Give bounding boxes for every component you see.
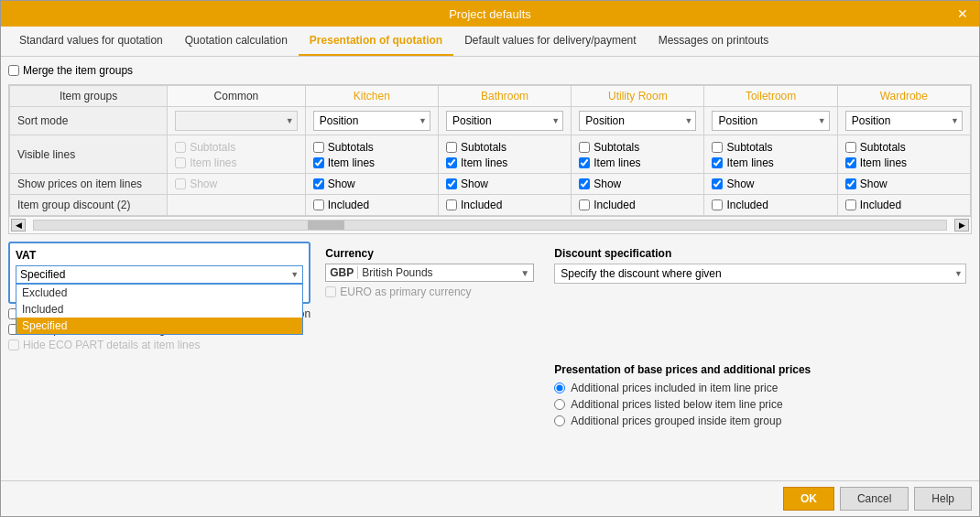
- euro-checkbox: [325, 286, 336, 297]
- discount-label: Item group discount (2): [10, 195, 168, 216]
- show-kitchen-label: Show: [328, 178, 355, 190]
- show-wardrobe-checkbox[interactable]: [845, 178, 856, 189]
- vat-box: VAT Specified ▼ Excluded Included Specif…: [8, 242, 310, 304]
- sort-mode-kitchen-dropdown[interactable]: Position: [313, 111, 430, 131]
- sort-mode-wardrobe-dropdown[interactable]: Position: [845, 111, 963, 131]
- radio-included-label: Additional prices included in item line …: [571, 382, 778, 394]
- tab-standard[interactable]: Standard values for quotation: [8, 27, 174, 56]
- subtotals-bathroom-label: Subtotals: [461, 141, 506, 154]
- currency-name: British Pounds: [362, 266, 517, 279]
- subtotals-wardrobe-checkbox[interactable]: [845, 142, 856, 153]
- window-title: Project defaults: [449, 7, 531, 21]
- header-item-groups: Item groups: [10, 86, 168, 107]
- sort-mode-utility-dropdown[interactable]: Position: [579, 111, 696, 131]
- vat-select-display[interactable]: Specified ▼: [16, 265, 303, 284]
- visible-lines-toiletroom: Subtotals Item lines: [704, 135, 837, 174]
- visible-lines-utility: Subtotals Item lines: [572, 135, 704, 174]
- main-content: Merge the item groups Item groups Common…: [1, 57, 979, 480]
- vat-option-included[interactable]: Included: [16, 301, 302, 318]
- sort-mode-utility-select[interactable]: Position: [579, 111, 696, 131]
- sort-mode-bathroom-dropdown[interactable]: Position: [446, 111, 563, 131]
- scroll-right-btn[interactable]: ▶: [954, 219, 969, 232]
- bottom-section: VAT Specified ▼ Excluded Included Specif…: [8, 234, 972, 473]
- itemlines-kitchen-label: Item lines: [328, 156, 375, 169]
- discount-box: Discount specification Specify the disco…: [549, 242, 972, 350]
- show-bathroom-checkbox[interactable]: [446, 178, 457, 189]
- sort-mode-bathroom-select[interactable]: Position: [446, 111, 563, 131]
- sort-mode-wardrobe-select[interactable]: Position: [845, 111, 963, 131]
- eco-part-label: Hide ECO PART details at item lines: [23, 339, 200, 351]
- tab-presentation[interactable]: Presentation of quotation: [299, 27, 453, 56]
- included-kitchen-checkbox[interactable]: [313, 199, 324, 210]
- itemlines-wardrobe-checkbox[interactable]: [845, 157, 856, 168]
- included-utility-checkbox[interactable]: [579, 199, 590, 210]
- itemlines-toiletroom-checkbox[interactable]: [712, 157, 723, 168]
- table-scrollbar[interactable]: ◀ ▶: [9, 216, 971, 233]
- table-scroll[interactable]: Item groups Common Kitchen Bathroom Util…: [9, 85, 971, 216]
- currency-select-row: GBP British Pounds ▼: [325, 264, 534, 282]
- itemlines-bathroom-checkbox[interactable]: [446, 157, 457, 168]
- tab-delivery[interactable]: Default values for delivery/payment: [453, 27, 647, 56]
- sort-mode-common-select[interactable]: [175, 111, 298, 131]
- subtotals-utility-checkbox[interactable]: [579, 142, 590, 153]
- itemlines-utility-checkbox[interactable]: [579, 157, 590, 168]
- item-groups-table: Item groups Common Kitchen Bathroom Util…: [8, 84, 972, 234]
- ok-button[interactable]: OK: [783, 487, 834, 511]
- included-wardrobe-checkbox[interactable]: [845, 199, 856, 210]
- included-kitchen-label: Included: [328, 199, 369, 211]
- radio-below-label: Additional prices listed below item line…: [571, 398, 782, 411]
- scrollbar-thumb[interactable]: [308, 221, 344, 230]
- itemlines-utility-label: Item lines: [593, 156, 640, 169]
- show-prices-wardrobe: Show: [837, 174, 970, 195]
- sort-mode-toiletroom-select[interactable]: Position: [712, 111, 829, 131]
- subtotals-bathroom-checkbox[interactable]: [446, 142, 457, 153]
- discount-toiletroom: Included: [704, 195, 837, 216]
- radio-included[interactable]: [554, 382, 565, 393]
- itemlines-common-checkbox: [175, 157, 186, 168]
- vat-option-specified[interactable]: Specified: [16, 318, 302, 334]
- merge-checkbox[interactable]: [8, 65, 19, 76]
- sort-mode-toiletroom-dropdown[interactable]: Position: [712, 111, 829, 131]
- subtotals-toiletroom-label: Subtotals: [726, 141, 772, 154]
- subtotals-kitchen-checkbox[interactable]: [313, 142, 324, 153]
- header-wardrobe: Wardrobe: [837, 86, 970, 107]
- cancel-button[interactable]: Cancel: [840, 487, 909, 511]
- currency-dropdown-arrow-icon[interactable]: ▼: [520, 268, 529, 278]
- sort-mode-kitchen-select[interactable]: Position: [313, 111, 430, 131]
- tab-quotation-calc[interactable]: Quotation calculation: [174, 27, 299, 56]
- currency-box: Currency GBP British Pounds ▼ EURO as pr…: [320, 242, 539, 466]
- included-bathroom-checkbox[interactable]: [446, 199, 457, 210]
- vat-option-excluded[interactable]: Excluded: [16, 285, 302, 301]
- subtotals-toiletroom-checkbox[interactable]: [712, 142, 723, 153]
- itemlines-kitchen-checkbox[interactable]: [313, 157, 324, 168]
- vat-dropdown-container: Specified ▼ Excluded Included Specified: [16, 265, 303, 284]
- included-toiletroom-label: Included: [726, 199, 768, 211]
- show-utility-checkbox[interactable]: [579, 178, 590, 189]
- visible-lines-bathroom: Subtotals Item lines: [439, 135, 572, 174]
- subtotals-utility-label: Subtotals: [593, 141, 639, 154]
- radio-grouped[interactable]: [554, 415, 565, 426]
- scroll-left-btn[interactable]: ◀: [11, 219, 26, 232]
- discount-select[interactable]: Specify the discount where given: [554, 264, 966, 284]
- discount-select-wrapper[interactable]: Specify the discount where given: [554, 264, 966, 284]
- subtotals-common-label: Subtotals: [190, 141, 235, 154]
- currency-label: Currency: [325, 247, 534, 260]
- scrollbar-track[interactable]: [33, 220, 947, 231]
- euro-row: EURO as primary currency: [325, 285, 534, 298]
- eco-part-checkbox: [8, 339, 19, 350]
- discount-spec-label: Discount specification: [554, 247, 966, 260]
- help-button[interactable]: Help: [914, 487, 972, 511]
- tab-bar: Standard values for quotation Quotation …: [1, 27, 979, 57]
- show-prices-bathroom: Show: [439, 174, 572, 195]
- show-toiletroom-checkbox[interactable]: [712, 178, 723, 189]
- visible-lines-kitchen: Subtotals Item lines: [305, 135, 438, 174]
- close-button[interactable]: ✕: [953, 5, 972, 23]
- show-kitchen-checkbox[interactable]: [313, 178, 324, 189]
- sort-mode-common-dropdown[interactable]: [175, 111, 298, 131]
- tab-messages[interactable]: Messages on printouts: [648, 27, 780, 56]
- radio-row-3: Additional prices grouped inside item gr…: [554, 415, 966, 427]
- included-toiletroom-checkbox[interactable]: [712, 199, 723, 210]
- radio-below[interactable]: [554, 399, 565, 410]
- show-prices-kitchen: Show: [305, 174, 438, 195]
- sort-mode-bathroom: Position: [439, 107, 572, 135]
